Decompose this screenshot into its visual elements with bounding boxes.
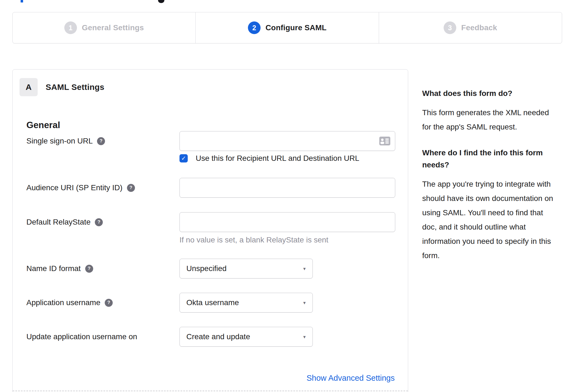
- sso-url-label: Single sign-on URL: [26, 137, 93, 145]
- recipient-url-checkbox-label: Use this for Recipient URL and Destinati…: [196, 153, 359, 164]
- sso-url-help-icon[interactable]: ?: [97, 137, 105, 145]
- update-username-select[interactable]: Create and update ▼: [179, 327, 313, 347]
- chevron-down-icon: ▼: [302, 266, 306, 271]
- step-feedback[interactable]: 3 Feedback: [379, 12, 562, 43]
- sso-url-input-wrap: [179, 131, 395, 151]
- audience-uri-label: Audience URI (SP Entity ID): [26, 183, 123, 192]
- saml-settings-panel: A SAML Settings General Single sign-on U…: [12, 69, 408, 392]
- sso-url-input[interactable]: [179, 131, 395, 151]
- step-3-circle: 3: [444, 21, 456, 34]
- relay-state-input[interactable]: [179, 212, 395, 232]
- step-3-label: Feedback: [461, 23, 497, 32]
- relay-state-help-icon[interactable]: ?: [95, 218, 103, 226]
- show-advanced-settings-link[interactable]: Show Advanced Settings: [306, 374, 395, 383]
- name-id-format-value: Unspecified: [186, 264, 226, 273]
- audience-uri-input-wrap: [179, 178, 395, 198]
- chevron-down-icon: ▼: [302, 335, 306, 339]
- sso-url-label-row: Single sign-on URL ?: [26, 136, 105, 147]
- update-username-label: Update application username on: [26, 332, 137, 341]
- wizard-stepper: 1 General Settings 2 Configure SAML 3 Fe…: [12, 12, 562, 43]
- panel-title: SAML Settings: [46, 78, 104, 96]
- sidebar-answer-2: The app you're trying to integrate with …: [422, 177, 555, 263]
- step-1-label: General Settings: [82, 23, 144, 32]
- relay-state-label: Default RelayState: [26, 218, 90, 227]
- contact-card-icon[interactable]: [379, 137, 390, 145]
- sidebar-answer-1: This form generates the XML needed for t…: [422, 106, 555, 134]
- app-username-value: Okta username: [186, 298, 239, 307]
- step-configure-saml[interactable]: 2 Configure SAML: [195, 12, 378, 43]
- sidebar-question-2: Where do I find the info this form needs…: [422, 147, 555, 171]
- app-username-select[interactable]: Okta username ▼: [179, 293, 313, 313]
- configure-saml-screen: { "stepper": { "steps": [ { "number": "1…: [0, 0, 575, 392]
- section-a-badge: A: [20, 78, 38, 96]
- general-section-heading: General: [26, 120, 60, 130]
- relay-state-label-row: Default RelayState ?: [26, 217, 103, 228]
- name-id-format-help-icon[interactable]: ?: [85, 265, 93, 273]
- relay-state-hint: If no value is set, a blank RelayState i…: [179, 236, 328, 244]
- step-2-label: Configure SAML: [266, 23, 327, 32]
- step-general-settings[interactable]: 1 General Settings: [13, 12, 195, 43]
- audience-uri-input[interactable]: [179, 178, 395, 198]
- update-username-label-row: Update application username on: [26, 331, 137, 342]
- name-id-format-select[interactable]: Unspecified ▼: [179, 259, 313, 278]
- step-2-circle: 2: [248, 21, 261, 34]
- clipped-lock-icon-fragment: [158, 0, 164, 3]
- relay-state-input-wrap: [179, 212, 395, 232]
- name-id-format-label-row: Name ID format ?: [26, 263, 93, 274]
- clipped-blue-logo-fragment: [21, 0, 23, 2]
- next-section-dashed-divider: [13, 391, 408, 391]
- audience-uri-help-icon[interactable]: ?: [127, 184, 135, 192]
- help-sidebar: What does this form do? This form genera…: [422, 87, 555, 275]
- step-1-circle: 1: [64, 21, 77, 34]
- chevron-down-icon: ▼: [302, 300, 306, 305]
- app-username-help-icon[interactable]: ?: [105, 299, 113, 307]
- app-username-label-row: Application username ?: [26, 297, 113, 308]
- update-username-value: Create and update: [186, 332, 250, 341]
- audience-uri-label-row: Audience URI (SP Entity ID) ?: [26, 182, 135, 193]
- name-id-format-label: Name ID format: [26, 264, 81, 273]
- recipient-url-checkbox[interactable]: ✓: [179, 154, 188, 162]
- app-username-label: Application username: [26, 298, 100, 307]
- sidebar-question-1: What does this form do?: [422, 87, 555, 100]
